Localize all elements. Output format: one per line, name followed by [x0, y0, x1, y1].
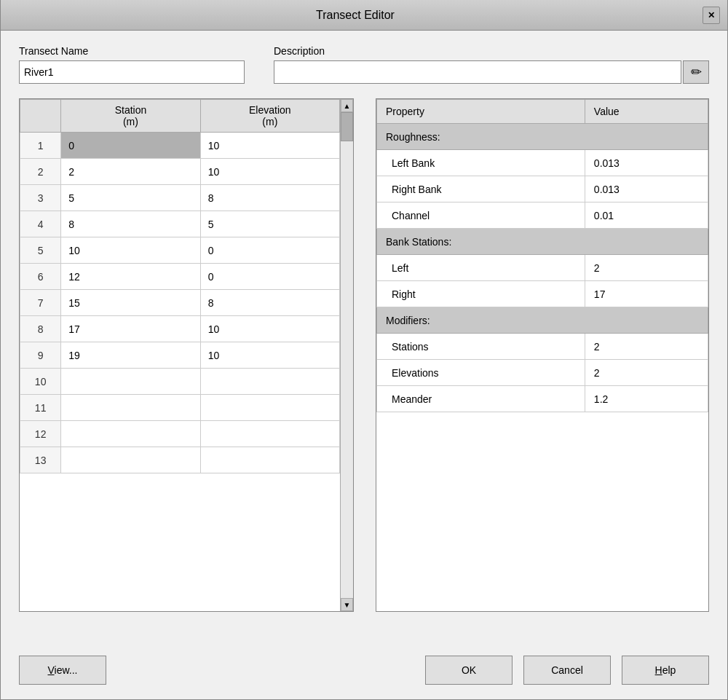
elevation-cell[interactable]: 0 [200, 237, 339, 264]
section-header-row: Roughness: [377, 124, 708, 150]
property-value-cell[interactable]: 1.2 [585, 386, 708, 412]
property-table-container: Property Value Roughness:Left Bank0.013R… [376, 98, 709, 612]
elevation-cell[interactable]: 10 [200, 159, 339, 185]
station-cell[interactable]: 5 [61, 185, 200, 211]
edit-icon-button[interactable]: ✏ [683, 60, 709, 84]
station-cell[interactable]: 0 [61, 133, 200, 159]
scrollbar[interactable]: ▲ ▼ [340, 99, 353, 611]
table-row[interactable]: 2210 [20, 159, 340, 185]
station-cell[interactable]: 2 [61, 159, 200, 185]
property-value-cell[interactable]: 0.013 [585, 176, 708, 202]
col-header-rownum [20, 100, 61, 133]
transect-name-input[interactable] [19, 60, 245, 84]
station-cell[interactable] [61, 447, 200, 473]
elevation-cell[interactable] [200, 395, 339, 421]
table-row[interactable]: 7158 [20, 290, 340, 316]
section-header-row: Modifiers: [377, 307, 708, 334]
property-row[interactable]: Elevations2 [377, 360, 708, 386]
dialog-body: Transect Name Description ✏ [1, 31, 727, 626]
elevation-cell[interactable]: 8 [200, 185, 339, 211]
form-row: Transect Name Description ✏ [19, 45, 709, 84]
elevation-cell[interactable]: 5 [200, 211, 339, 237]
elevation-cell[interactable] [200, 447, 339, 473]
row-number-cell: 13 [20, 447, 61, 473]
table-row[interactable]: 81710 [20, 316, 340, 342]
row-number-cell: 2 [20, 159, 61, 185]
property-value-cell[interactable]: 0.01 [585, 202, 708, 229]
property-name-cell: Channel [377, 202, 585, 229]
table-row[interactable]: 91910 [20, 342, 340, 369]
prop-col-header: Property [377, 100, 585, 124]
property-value-cell[interactable]: 2 [585, 360, 708, 386]
property-name-cell: Meander [377, 386, 585, 412]
table-row[interactable]: 12 [20, 421, 340, 447]
description-input[interactable] [274, 60, 681, 84]
table-row[interactable]: 13 [20, 447, 340, 473]
help-button[interactable]: Help [622, 656, 709, 685]
table-row[interactable]: 485 [20, 211, 340, 237]
edit-icon: ✏ [691, 64, 702, 80]
row-number-cell: 9 [20, 342, 61, 369]
station-cell[interactable]: 15 [61, 290, 200, 316]
scroll-down-arrow[interactable]: ▼ [341, 598, 353, 611]
station-cell[interactable]: 8 [61, 211, 200, 237]
scroll-thumb[interactable] [341, 112, 353, 141]
station-cell[interactable] [61, 421, 200, 447]
row-number-cell: 12 [20, 421, 61, 447]
elevation-cell[interactable] [200, 369, 339, 395]
property-value-cell[interactable]: 2 [585, 255, 708, 281]
val-col-header: Value [585, 100, 708, 124]
table-row[interactable]: 1010 [20, 133, 340, 159]
property-name-cell: Left Bank [377, 150, 585, 176]
close-button[interactable]: ✕ [703, 7, 720, 24]
scroll-up-arrow[interactable]: ▲ [341, 99, 353, 112]
table-row[interactable]: 358 [20, 185, 340, 211]
property-row[interactable]: Stations2 [377, 334, 708, 360]
table-row[interactable]: 6120 [20, 264, 340, 290]
scroll-track[interactable] [341, 112, 353, 598]
station-cell[interactable]: 19 [61, 342, 200, 369]
title-bar: Transect Editor ✕ [1, 0, 727, 31]
elevation-cell[interactable]: 0 [200, 264, 339, 290]
row-number-cell: 6 [20, 264, 61, 290]
property-row[interactable]: Left2 [377, 255, 708, 281]
property-name-cell: Stations [377, 334, 585, 360]
table-row[interactable]: 10 [20, 369, 340, 395]
col-header-station: Station(m) [61, 100, 200, 133]
property-row[interactable]: Right Bank0.013 [377, 176, 708, 202]
elevation-cell[interactable] [200, 421, 339, 447]
property-value-cell[interactable]: 2 [585, 334, 708, 360]
elevation-cell[interactable]: 8 [200, 290, 339, 316]
station-cell[interactable]: 17 [61, 316, 200, 342]
footer: View... OK Cancel Help [1, 641, 727, 699]
col-header-elevation: Elevation(m) [200, 100, 339, 133]
property-name-cell: Right [377, 281, 585, 307]
station-cell[interactable]: 12 [61, 264, 200, 290]
station-cell[interactable] [61, 369, 200, 395]
row-number-cell: 5 [20, 237, 61, 264]
transect-name-group: Transect Name [19, 45, 245, 84]
data-table-container: Station(m) Elevation(m) 1010221035848551… [19, 98, 354, 612]
view-button[interactable]: View... [19, 656, 106, 685]
transect-name-label: Transect Name [19, 45, 245, 57]
elevation-cell[interactable]: 10 [200, 133, 339, 159]
property-row[interactable]: Channel0.01 [377, 202, 708, 229]
elevation-cell[interactable]: 10 [200, 342, 339, 369]
station-cell[interactable]: 10 [61, 237, 200, 264]
cancel-button[interactable]: Cancel [523, 656, 611, 685]
cancel-label: Cancel [551, 664, 583, 676]
row-number-cell: 8 [20, 316, 61, 342]
property-name-cell: Right Bank [377, 176, 585, 202]
station-cell[interactable] [61, 395, 200, 421]
table-row[interactable]: 5100 [20, 237, 340, 264]
property-value-cell[interactable]: 0.013 [585, 150, 708, 176]
property-value-cell[interactable]: 17 [585, 281, 708, 307]
property-row[interactable]: Right17 [377, 281, 708, 307]
footer-spacer [117, 656, 414, 685]
help-label: Help [655, 664, 676, 676]
ok-button[interactable]: OK [425, 656, 513, 685]
elevation-cell[interactable]: 10 [200, 316, 339, 342]
table-row[interactable]: 11 [20, 395, 340, 421]
property-row[interactable]: Left Bank0.013 [377, 150, 708, 176]
property-row[interactable]: Meander1.2 [377, 386, 708, 412]
